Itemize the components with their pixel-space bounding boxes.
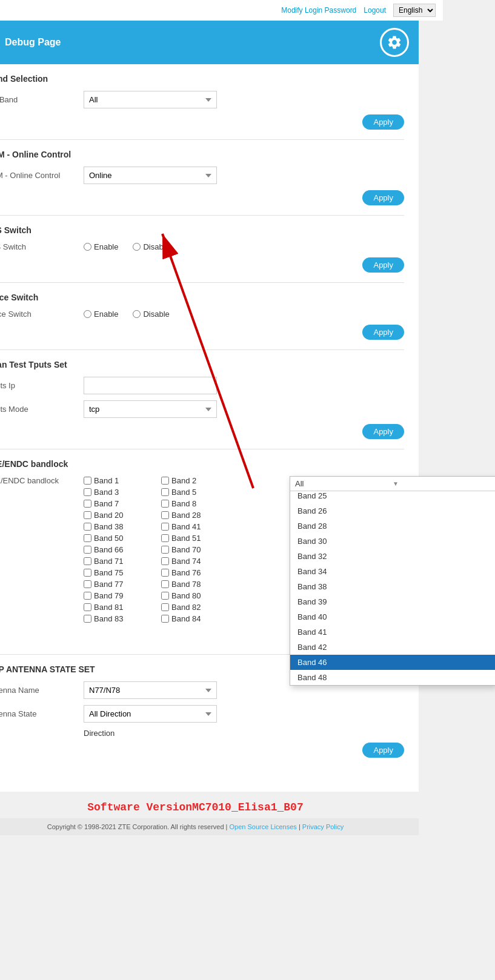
bandlock-checkbox[interactable]: [161, 488, 169, 496]
lpm-select[interactable]: Online: [84, 167, 217, 184]
voice-enable-radio[interactable]: [84, 310, 91, 318]
bandlock-checkbox-label[interactable]: Band 3: [84, 488, 156, 497]
overlay-list-item[interactable]: Band 38: [290, 579, 495, 594]
bandlock-checkbox[interactable]: [161, 523, 169, 531]
gear-button[interactable]: [380, 28, 409, 57]
overlay-select-bar[interactable]: All ▼: [290, 477, 495, 491]
bandlock-band-name: Band 79: [94, 591, 123, 600]
bandlock-checkbox[interactable]: [84, 603, 91, 611]
bandlock-checkbox[interactable]: [161, 569, 169, 577]
bandlock-checkbox-label[interactable]: Band 1: [84, 476, 156, 485]
antenna-state-select[interactable]: All Direction: [84, 705, 217, 723]
language-select[interactable]: English: [393, 4, 436, 17]
lpm-apply-button[interactable]: Apply: [362, 190, 404, 205]
wlan-apply-button[interactable]: Apply: [362, 424, 404, 439]
bandlock-checkbox-label[interactable]: Band 28: [161, 511, 234, 520]
bandlock-checkbox[interactable]: [161, 603, 169, 611]
bsp-apply-row: Apply: [0, 743, 404, 758]
overlay-list-item[interactable]: Band 46: [290, 655, 495, 670]
bandlock-checkbox-label[interactable]: Band 80: [161, 591, 234, 600]
tputs-ip-input[interactable]: [84, 377, 217, 394]
bandlock-checkbox-label[interactable]: Band 38: [84, 522, 156, 531]
overlay-list-item[interactable]: Band 28: [290, 518, 495, 534]
bandlock-checkbox-label[interactable]: Band 77: [84, 580, 156, 589]
privacy-link[interactable]: Privacy Policy: [302, 823, 344, 830]
bandlock-checkbox-label[interactable]: Band 20: [84, 511, 156, 520]
bandlock-checkbox[interactable]: [84, 500, 91, 508]
overlay-list-item[interactable]: Band 42: [290, 640, 495, 655]
voice-disable-radio[interactable]: [133, 310, 141, 318]
voice-disable-label[interactable]: Disable: [133, 310, 169, 319]
bandlock-checkbox[interactable]: [161, 615, 169, 623]
voice-enable-label[interactable]: Enable: [84, 310, 118, 319]
bandlock-checkbox-label[interactable]: Band 78: [161, 580, 234, 589]
bandlock-checkbox[interactable]: [84, 488, 91, 496]
bandlock-checkbox-label[interactable]: Band 41: [161, 522, 234, 531]
bandlock-checkbox[interactable]: [84, 557, 91, 565]
bandlock-checkbox-label[interactable]: Band 82: [161, 603, 234, 612]
bandlock-checkbox[interactable]: [84, 580, 91, 588]
bandlock-checkbox-label[interactable]: Band 74: [161, 557, 234, 566]
overlay-list-item[interactable]: Band 30: [290, 534, 495, 549]
bandlock-checkbox[interactable]: [84, 615, 91, 623]
bandlock-checkbox-label[interactable]: Band 83: [84, 614, 156, 623]
ims-enable-radio[interactable]: [84, 243, 91, 251]
ims-title: IMS Switch: [0, 225, 404, 235]
bandlock-checkbox[interactable]: [161, 534, 169, 542]
bandlock-checkbox[interactable]: [161, 557, 169, 565]
bandlock-checkbox-label[interactable]: Band 75: [84, 568, 156, 577]
bandlock-checkbox-label[interactable]: Band 81: [84, 603, 156, 612]
bandlock-checkbox[interactable]: [161, 592, 169, 600]
bandlock-band-name: Band 51: [171, 534, 201, 543]
bandlock-checkbox-label[interactable]: Band 84: [161, 614, 234, 623]
bandlock-checkbox-label[interactable]: Band 76: [161, 568, 234, 577]
logout-link[interactable]: Logout: [364, 6, 386, 15]
bandlock-checkbox-label[interactable]: Band 2: [161, 476, 234, 485]
bandlock-checkbox[interactable]: [84, 477, 91, 485]
ims-disable-label[interactable]: Disable: [133, 242, 169, 251]
overlay-list-item[interactable]: Band 25: [290, 491, 495, 503]
bandlock-checkbox-label[interactable]: Band 70: [161, 545, 234, 554]
overlay-list-item[interactable]: Band 39: [290, 594, 495, 609]
bandlock-checkbox[interactable]: [84, 511, 91, 519]
bandlock-checkbox[interactable]: [84, 592, 91, 600]
bandlock-checkbox[interactable]: [161, 500, 169, 508]
bandlock-checkbox-label[interactable]: Band 51: [161, 534, 234, 543]
ims-apply-button[interactable]: Apply: [362, 257, 404, 273]
bandlock-checkbox[interactable]: [84, 523, 91, 531]
overlay-list-item[interactable]: Band 40: [290, 609, 495, 624]
open-source-link[interactable]: Open Source Licenses: [230, 823, 297, 830]
bandlock-checkbox-label[interactable]: Band 50: [84, 534, 156, 543]
overlay-list-item[interactable]: Band 41: [290, 624, 495, 640]
bandlock-control: Band 1 Band 2 Band 3 Band 5 Band 7 Band …: [84, 476, 404, 623]
bandlock-checkbox[interactable]: [161, 511, 169, 519]
4g-band-select[interactable]: All: [84, 91, 217, 108]
bandlock-checkbox[interactable]: [84, 534, 91, 542]
antenna-name-select[interactable]: N77/N78: [84, 681, 217, 699]
ims-disable-radio[interactable]: [133, 243, 141, 251]
bandlock-checkbox-label[interactable]: Band 7: [84, 499, 156, 508]
bandlock-checkbox[interactable]: [161, 580, 169, 588]
ims-enable-label[interactable]: Enable: [84, 242, 118, 251]
bandlock-checkbox-label[interactable]: Band 79: [84, 591, 156, 600]
bandlock-checkbox-label[interactable]: Band 8: [161, 499, 234, 508]
bandlock-checkbox-label[interactable]: Band 66: [84, 545, 156, 554]
bandlock-checkbox[interactable]: [161, 546, 169, 554]
bsp-apply-button[interactable]: Apply: [362, 743, 404, 758]
overlay-list-item[interactable]: Band 34: [290, 564, 495, 579]
overlay-list-item[interactable]: Band 26: [290, 503, 495, 518]
bandlock-checkbox[interactable]: [84, 546, 91, 554]
voice-apply-button[interactable]: Apply: [362, 325, 404, 340]
overlay-list-item[interactable]: Band 48: [290, 670, 495, 685]
tputs-mode-select[interactable]: tcp: [84, 400, 217, 418]
bandlock-checkbox[interactable]: [161, 477, 169, 485]
bandlock-checkbox[interactable]: [84, 569, 91, 577]
wlan-section: Wlan Test Tputs Set Tputs Ip Tputs Mode …: [0, 360, 404, 449]
bandlock-checkbox-label[interactable]: Band 71: [84, 557, 156, 566]
modify-login-link[interactable]: Modify Login Password: [281, 6, 356, 15]
voice-section: Voice Switch Voice Switch Enable Disable…: [0, 293, 404, 350]
overlay-list[interactable]: AllBand 1Band 2Band 3Band 4Band 5Band 7B…: [290, 491, 495, 685]
bandlock-checkbox-label[interactable]: Band 5: [161, 488, 234, 497]
overlay-list-item[interactable]: Band 32: [290, 549, 495, 564]
band-selection-apply-button[interactable]: Apply: [362, 114, 404, 130]
